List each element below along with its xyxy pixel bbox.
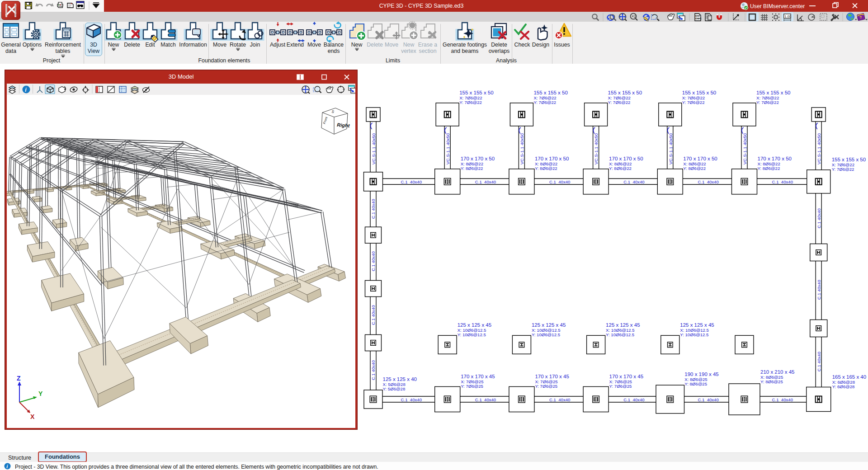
svg-text:Y: 8Ø6@22: Y: 8Ø6@22 [535,166,557,171]
svg-text:155 x 155 x 50: 155 x 155 x 50 [756,90,790,95]
svg-text:C.1 40x40: C.1 40x40 [371,251,376,271]
svg-text:Y: 10Ø6@12.5: Y: 10Ø6@12.5 [680,332,708,337]
svg-text:190 x 190 x 45: 190 x 190 x 45 [684,371,718,377]
svg-text:Y: 7Ø6@25: Y: 7Ø6@25 [535,384,557,389]
svg-text:125 x 125 x 45: 125 x 125 x 45 [680,322,714,328]
svg-text:Y: 7Ø6@25: Y: 7Ø6@25 [609,384,632,389]
svg-text:C.1 40x40: C.1 40x40 [371,199,376,219]
svg-text:Y: 7Ø6@22: Y: 7Ø6@22 [459,100,482,105]
svg-text:170 x 170 x 50: 170 x 170 x 50 [609,156,643,161]
svg-text:C.1 40x40: C.1 40x40 [371,305,376,325]
svg-text:170 x 170 x 50: 170 x 170 x 50 [683,156,717,161]
svg-text:C.1 40x40: C.1 40x40 [475,397,496,402]
svg-text:1.00: 1.00 [784,14,791,19]
svg-text:Y: 8Ø6@25: Y: 8Ø6@25 [760,379,783,384]
svg-text:C.1 40x40: C.1 40x40 [549,397,570,402]
svg-text:C.1 40x40: C.1 40x40 [772,397,793,402]
svg-text:VC.S-1.1 40x50: VC.S-1.1 40x50 [519,133,524,164]
svg-text:C.1 40x40: C.1 40x40 [698,179,718,184]
svg-text:Y: Y [38,390,43,397]
svg-text:125 x 125 x 45: 125 x 125 x 45 [606,322,640,328]
svg-text:User BIMserver.center: User BIMserver.center [750,3,805,9]
svg-text:155 x 155 x 50: 155 x 155 x 50 [832,157,866,162]
svg-text:C.1 40x40: C.1 40x40 [772,179,793,184]
svg-text:Y: 7Ø6@25: Y: 7Ø6@25 [461,384,483,389]
svg-text:Y: 10Ø6@12.5: Y: 10Ø6@12.5 [532,332,560,337]
svg-text:C.1 40x40: C.1 40x40 [816,280,821,300]
svg-text:Y: 8Ø6@22: Y: 8Ø6@22 [461,166,483,171]
svg-text:VC.S-1.1 40x50: VC.S-1.1 40x50 [668,133,673,164]
svg-text:X: X [30,413,35,420]
svg-text:155 x 155 x 50: 155 x 155 x 50 [608,90,642,95]
svg-text:Y: 10Ø6@12.5: Y: 10Ø6@12.5 [458,332,486,337]
svg-text:Y: 8Ø6@25: Y: 8Ø6@25 [684,381,707,386]
svg-text:Right: Right [337,122,350,128]
svg-text:×2: ×2 [632,14,636,19]
svg-text:C.1 40x40: C.1 40x40 [401,397,422,402]
svg-text:C.1 40x40: C.1 40x40 [371,360,376,380]
svg-text:Y: 8Ø6@22: Y: 8Ø6@22 [758,166,780,171]
svg-text:VC.S-1.1 40x50: VC.S-1.1 40x50 [816,133,821,164]
svg-text:170 x 170 x 50: 170 x 170 x 50 [461,156,495,161]
svg-text:155 x 155 x 50: 155 x 155 x 50 [533,90,567,95]
svg-text:155 x 155 x 50: 155 x 155 x 50 [682,90,716,95]
svg-text:Y: 7Ø6@22: Y: 7Ø6@22 [682,100,705,105]
svg-text:VC.S-1.1 40x50: VC.S-1.1 40x50 [371,133,376,164]
svg-text:Y: 8Ø6@22: Y: 8Ø6@22 [609,166,632,171]
svg-text:Y: 7Ø6@22: Y: 7Ø6@22 [533,100,556,105]
svg-text:Y: 8Ø6@22: Y: 8Ø6@22 [683,166,706,171]
svg-text:170 x 170 x 50: 170 x 170 x 50 [758,156,792,161]
svg-text:VC.S-1.1 40x50: VC.S-1.1 40x50 [594,133,599,164]
svg-text:125 x 125 x 40: 125 x 125 x 40 [383,376,417,382]
svg-text:170 x 170 x 45: 170 x 170 x 45 [609,374,643,379]
svg-text:Y: 6Ø6@28: Y: 6Ø6@28 [832,384,855,389]
svg-text:C.1 40x40: C.1 40x40 [816,352,821,371]
svg-text:210 x 210 x 45: 210 x 210 x 45 [760,369,794,375]
svg-text:165 x 165 x 40: 165 x 165 x 40 [832,374,866,380]
svg-text:Y: 7Ø6@22: Y: 7Ø6@22 [608,100,631,105]
svg-text:C.1 40x40: C.1 40x40 [816,208,821,228]
svg-text:C.1 40x40: C.1 40x40 [549,179,570,184]
svg-text:125 x 125 x 45: 125 x 125 x 45 [458,322,491,328]
svg-text:125 x 125 x 45: 125 x 125 x 45 [532,322,566,328]
svg-text:C.1 40x40: C.1 40x40 [401,179,422,184]
svg-text:Y: 5Ø6@28: Y: 5Ø6@28 [383,386,406,391]
svg-text:170 x 170 x 45: 170 x 170 x 45 [535,374,569,379]
svg-text:VC.S-1.1 40x50: VC.S-1.1 40x50 [445,133,450,164]
svg-text:Z: Z [17,375,21,382]
svg-text:C.1 40x40: C.1 40x40 [623,397,644,402]
svg-text:155 x 155 x 50: 155 x 155 x 50 [459,90,493,95]
svg-text:170 x 170 x 50: 170 x 170 x 50 [535,156,569,161]
svg-text:VC.S-1.1 40x50: VC.S-1.1 40x50 [742,133,747,164]
svg-text:170 x 170 x 45: 170 x 170 x 45 [461,374,495,379]
svg-text:DWG: DWG [695,17,701,20]
svg-text:C.1 40x40: C.1 40x40 [623,179,644,184]
svg-text:Y: 7Ø6@22: Y: 7Ø6@22 [756,100,779,105]
svg-text:Y: 7Ø6@22: Y: 7Ø6@22 [832,167,854,172]
svg-text:C.1 40x40: C.1 40x40 [698,397,718,402]
svg-text:C.1 40x40: C.1 40x40 [475,179,496,184]
svg-text:Y: 10Ø6@12.5: Y: 10Ø6@12.5 [606,332,634,337]
